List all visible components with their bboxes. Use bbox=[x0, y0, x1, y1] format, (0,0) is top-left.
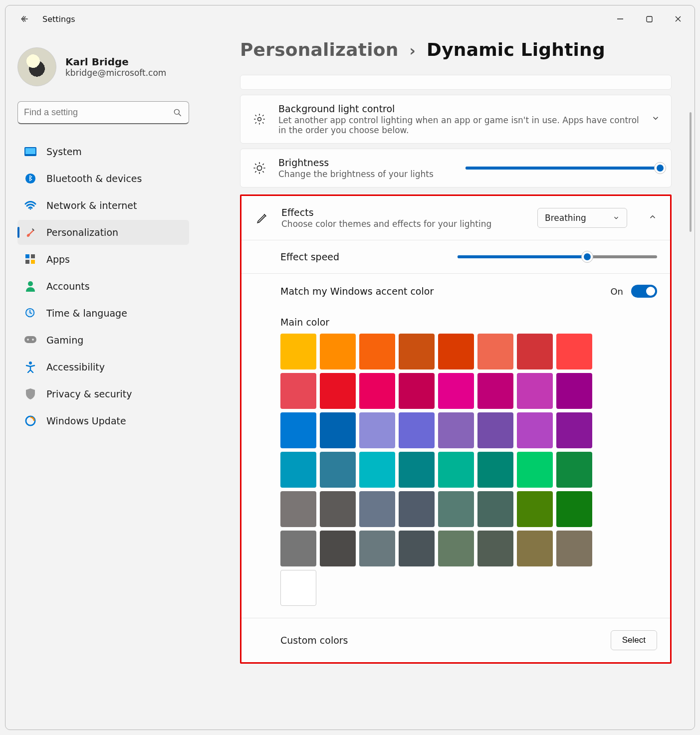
slider-thumb[interactable] bbox=[581, 251, 593, 263]
color-swatch[interactable] bbox=[477, 452, 513, 488]
paintbrush-icon bbox=[24, 226, 36, 238]
profile[interactable]: Karl Bridge kbridge@microsoft.com bbox=[17, 32, 189, 91]
sidebar-item-accessibility[interactable]: Accessibility bbox=[17, 355, 189, 379]
svg-point-14 bbox=[32, 339, 34, 341]
match-accent-row: Match my Windows accent color On bbox=[241, 273, 670, 309]
close-button[interactable] bbox=[664, 7, 693, 30]
color-swatch[interactable] bbox=[359, 531, 395, 566]
color-swatch[interactable] bbox=[556, 334, 592, 369]
color-swatch[interactable] bbox=[320, 373, 356, 409]
main-content: Personalization › Dynamic Lighting Backg… bbox=[195, 32, 695, 730]
color-swatch[interactable] bbox=[359, 412, 395, 448]
card-row[interactable]: Background light control Let another app… bbox=[240, 95, 671, 143]
effect-speed-slider[interactable] bbox=[458, 255, 657, 258]
maximize-button[interactable] bbox=[635, 7, 664, 30]
search-box[interactable] bbox=[17, 101, 189, 124]
sidebar-item-privacy[interactable]: Privacy & security bbox=[17, 381, 189, 406]
color-swatch[interactable] bbox=[517, 334, 553, 369]
color-swatch[interactable] bbox=[359, 491, 395, 527]
color-swatch[interactable] bbox=[477, 373, 513, 409]
bluetooth-icon bbox=[24, 173, 36, 184]
sidebar-item-system[interactable]: System bbox=[17, 139, 189, 164]
color-swatch[interactable] bbox=[359, 334, 395, 369]
back-button[interactable] bbox=[17, 12, 31, 26]
color-swatch[interactable] bbox=[280, 452, 316, 488]
color-swatch[interactable] bbox=[438, 334, 474, 369]
color-swatch[interactable] bbox=[280, 373, 316, 409]
sidebar-item-label: Apps bbox=[46, 254, 70, 265]
color-swatch[interactable] bbox=[320, 531, 356, 566]
color-swatch[interactable] bbox=[280, 334, 316, 369]
sidebar-item-time-language[interactable]: Time & language bbox=[17, 301, 189, 326]
pen-icon bbox=[254, 211, 270, 224]
gamepad-icon bbox=[24, 334, 36, 346]
color-swatch[interactable] bbox=[438, 452, 474, 488]
color-swatch[interactable] bbox=[280, 412, 316, 448]
slider-thumb[interactable] bbox=[654, 162, 666, 174]
color-swatch[interactable] bbox=[556, 452, 592, 488]
sidebar-item-accounts[interactable]: Accounts bbox=[17, 274, 189, 299]
custom-colors-select-button[interactable]: Select bbox=[611, 630, 657, 650]
color-swatch[interactable] bbox=[517, 412, 553, 448]
color-swatch[interactable] bbox=[477, 412, 513, 448]
color-swatch[interactable] bbox=[556, 412, 592, 448]
color-swatch[interactable] bbox=[399, 491, 435, 527]
color-swatch[interactable] bbox=[320, 412, 356, 448]
main-color-label: Main color bbox=[280, 317, 657, 328]
breadcrumb-parent[interactable]: Personalization bbox=[240, 39, 398, 60]
effects-header-row: Effects Choose color themes and effects … bbox=[241, 196, 670, 240]
match-accent-toggle[interactable] bbox=[631, 285, 657, 298]
color-swatch[interactable] bbox=[359, 452, 395, 488]
svg-rect-7 bbox=[31, 254, 35, 258]
color-swatch[interactable] bbox=[556, 373, 592, 409]
gear-icon bbox=[251, 113, 267, 126]
color-swatch[interactable] bbox=[399, 452, 435, 488]
color-swatch[interactable] bbox=[438, 412, 474, 448]
sidebar-item-bluetooth[interactable]: Bluetooth & devices bbox=[17, 166, 189, 191]
color-swatch[interactable] bbox=[438, 491, 474, 527]
color-swatch[interactable] bbox=[477, 491, 513, 527]
breadcrumb-current: Dynamic Lighting bbox=[427, 39, 605, 60]
sidebar-item-network[interactable]: Network & internet bbox=[17, 193, 189, 218]
collapse-chevron[interactable] bbox=[648, 212, 657, 223]
brightness-icon bbox=[251, 161, 267, 175]
color-swatch[interactable] bbox=[477, 531, 513, 566]
color-swatch[interactable] bbox=[438, 531, 474, 566]
color-swatch[interactable] bbox=[320, 452, 356, 488]
effects-dropdown[interactable]: Breathing bbox=[537, 208, 627, 228]
color-swatch[interactable] bbox=[399, 334, 435, 369]
color-swatch[interactable] bbox=[280, 570, 316, 606]
color-swatch[interactable] bbox=[477, 334, 513, 369]
minimize-button[interactable] bbox=[606, 7, 635, 30]
sidebar-item-windows-update[interactable]: Windows Update bbox=[17, 408, 189, 433]
color-swatch[interactable] bbox=[556, 491, 592, 527]
profile-name: Karl Bridge bbox=[65, 56, 166, 68]
color-swatch[interactable] bbox=[399, 412, 435, 448]
search-input[interactable] bbox=[24, 107, 173, 118]
color-swatch[interactable] bbox=[359, 373, 395, 409]
scrollbar-thumb[interactable] bbox=[690, 112, 692, 232]
color-swatch[interactable] bbox=[517, 452, 553, 488]
sidebar-item-apps[interactable]: Apps bbox=[17, 247, 189, 272]
card-background-light: Background light control Let another app… bbox=[240, 95, 672, 144]
color-swatch[interactable] bbox=[399, 531, 435, 566]
color-swatch[interactable] bbox=[399, 373, 435, 409]
color-swatch[interactable] bbox=[517, 491, 553, 527]
color-swatch[interactable] bbox=[320, 491, 356, 527]
row-title: Effects bbox=[281, 207, 526, 218]
color-swatch[interactable] bbox=[556, 531, 592, 566]
color-swatch[interactable] bbox=[320, 334, 356, 369]
color-swatch[interactable] bbox=[280, 491, 316, 527]
expand-chevron[interactable] bbox=[651, 114, 660, 125]
color-swatch[interactable] bbox=[517, 373, 553, 409]
svg-rect-8 bbox=[25, 260, 29, 264]
row-title: Match my Windows accent color bbox=[280, 286, 599, 297]
svg-point-15 bbox=[29, 362, 32, 365]
color-swatch[interactable] bbox=[438, 373, 474, 409]
sidebar-item-gaming[interactable]: Gaming bbox=[17, 328, 189, 353]
sidebar-item-personalization[interactable]: Personalization bbox=[17, 220, 189, 245]
scrollbar[interactable] bbox=[690, 107, 692, 720]
brightness-slider[interactable] bbox=[466, 167, 660, 170]
color-swatch[interactable] bbox=[280, 531, 316, 566]
color-swatch[interactable] bbox=[517, 531, 553, 566]
